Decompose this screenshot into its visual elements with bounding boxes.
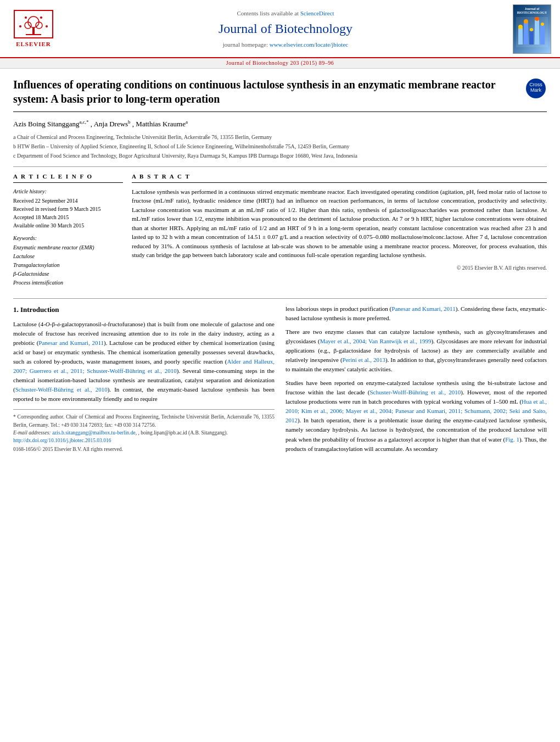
svg-text:Mark: Mark xyxy=(530,87,541,93)
cite-fig1[interactable]: Fig. 1 xyxy=(505,436,519,443)
affiliation-b: b HTW Berlin – University of Applied Sci… xyxy=(13,142,547,150)
intro-section-title: 1. Introduction xyxy=(13,304,275,315)
article-info-abstract: A R T I C L E I N F O Article history: R… xyxy=(13,172,547,292)
abstract-copyright: © 2015 Elsevier B.V. All rights reserved… xyxy=(132,264,547,272)
svg-rect-15 xyxy=(540,25,545,44)
email-2: , boing.lipan@ipb.ac.id xyxy=(138,430,187,436)
svg-rect-12 xyxy=(524,23,528,44)
svg-point-7 xyxy=(40,16,42,19)
section-title-text: Introduction xyxy=(20,305,59,314)
affiliation-a: a Chair of Chemical and Process Engineer… xyxy=(13,133,547,141)
elsevier-logo-box xyxy=(14,10,53,38)
cite-perini[interactable]: Perini et al., 2013 xyxy=(343,356,385,363)
affiliation-c: c Department of Food Science and Technol… xyxy=(13,152,547,160)
author2-name: , Anja Drews xyxy=(91,120,128,128)
cite-alder[interactable]: Alder and Halleux, 2007; Guerrero et al.… xyxy=(13,358,275,374)
svg-point-20 xyxy=(541,23,544,26)
intro-para-4: Studies have been reported on enzyme-cat… xyxy=(285,378,547,453)
intro-text-right: less laborious steps in product purifica… xyxy=(285,304,547,454)
section-number: 1. xyxy=(13,305,19,314)
email-suffix: (A.B. Sitanggang). xyxy=(188,430,228,436)
main-content: Influences of operating conditions on co… xyxy=(0,69,560,467)
article-info-content: Article history: Received 22 September 2… xyxy=(13,187,123,287)
article-info-column: A R T I C L E I N F O Article history: R… xyxy=(13,172,123,292)
revised-date: Received in revised form 9 March 2015 xyxy=(13,205,123,213)
author2-sup: b xyxy=(128,119,131,125)
keywords-block: Keywords: Enzymatic membrane reactor (EM… xyxy=(13,234,123,287)
accepted-date: Accepted 18 March 2015 xyxy=(13,213,123,221)
article-title-section: Influences of operating conditions on co… xyxy=(13,77,547,112)
author1-name: Azis Boing Sitanggang xyxy=(13,120,80,128)
journal-title-block: Contents lists available at ScienceDirec… xyxy=(58,9,513,49)
author3-name: , Matthias Kraume xyxy=(132,120,186,128)
elsevier-label: ELSEVIER xyxy=(16,40,51,48)
footnote-left: * Corresponding author. Chair of Chemica… xyxy=(13,409,275,453)
keyword-4: β-Galactosidase xyxy=(13,270,123,278)
intro-para-2: less laborious steps in product purifica… xyxy=(285,304,547,323)
available-date: Available online 30 March 2015 xyxy=(13,221,123,230)
intro-para-3: There are two enzyme classes that can ca… xyxy=(285,327,547,374)
introduction-section: 1. Introduction Lactulose (4-O-β-d-galac… xyxy=(13,304,547,458)
elsevier-logo: ELSEVIER xyxy=(9,10,58,48)
footnote-corresponding: * Corresponding author. Chair of Chemica… xyxy=(13,413,275,429)
author1-sup: a,c,* xyxy=(80,119,89,125)
email-link-1[interactable]: azis.b.sitanggang@mailbox.tu-berlin.de xyxy=(52,430,136,436)
svg-rect-11 xyxy=(518,28,523,44)
svg-rect-13 xyxy=(529,31,534,44)
keyword-3: Transgalactosylation xyxy=(13,261,123,270)
cite-schuster[interactable]: Schuster-Wolff-Bühring et al., 2010 xyxy=(15,386,108,393)
authors-line: Azis Boing Sitangganga,c,* , Anja Drewsb… xyxy=(13,119,547,130)
article-banner: Journal of Biotechnology 203 (2015) 89–9… xyxy=(0,58,560,69)
sciencedirect-line: Contents lists available at ScienceDirec… xyxy=(58,9,513,18)
keywords-list: Enzymatic membrane reactor (EMR) Lactulo… xyxy=(13,243,123,287)
intro-col-left: 1. Introduction Lactulose (4-O-β-d-galac… xyxy=(13,304,275,458)
keywords-label: Keywords: xyxy=(13,234,123,242)
cite-panesar-2[interactable]: Panesar and Kumari, 2011 xyxy=(391,305,455,312)
intro-para-1: Lactulose (4-O-β-d-galactopyranosil-d-fr… xyxy=(13,320,275,404)
abstract-column: A B S T R A C T Lactulose synthesis was … xyxy=(132,172,547,292)
svg-text:Cross: Cross xyxy=(529,82,542,87)
svg-point-9 xyxy=(46,25,48,27)
journal-homepage: journal homepage: www.elsevier.com/locat… xyxy=(58,41,513,49)
svg-rect-14 xyxy=(535,20,539,44)
svg-point-6 xyxy=(25,16,27,19)
journal-url[interactable]: www.elsevier.com/locate/jbiotec xyxy=(270,41,348,48)
keyword-1: Enzymatic membrane reactor (EMR) xyxy=(13,243,123,252)
cite-schuster-2[interactable]: Schuster-Wolff-Bühring et al., 2010 xyxy=(369,389,461,395)
cover-title: Journal ofBIOTECHNOLOGY xyxy=(517,7,547,15)
crossmark-badge[interactable]: Cross Mark xyxy=(525,77,547,99)
section-divider-2 xyxy=(13,298,547,299)
history-label: Article history: xyxy=(13,187,123,196)
abstract-label: A B S T R A C T xyxy=(132,172,547,183)
history-block: Article history: Received 22 September 2… xyxy=(13,187,123,230)
svg-point-8 xyxy=(19,25,21,27)
article-title: Influences of operating conditions on co… xyxy=(13,77,525,106)
svg-point-16 xyxy=(518,25,523,29)
affiliations-block: a Chair of Chemical and Process Engineer… xyxy=(13,133,547,160)
abstract-text: Lactulose synthesis was performed in a c… xyxy=(132,187,547,260)
keyword-5: Process intensification xyxy=(13,278,123,287)
journal-cover-image: Journal ofBIOTECHNOLOGY xyxy=(513,4,551,54)
svg-point-18 xyxy=(530,28,533,31)
received-date: Received 22 September 2014 xyxy=(13,197,123,205)
journal-volume: Journal of Biotechnology 203 (2015) 89–9… xyxy=(226,60,334,66)
keyword-2: Lactulose xyxy=(13,252,123,261)
section-divider-1 xyxy=(13,166,547,167)
cite-mayer[interactable]: Mayer et al., 2004; Van Rantwijk et al.,… xyxy=(320,338,432,344)
intro-text-left: Lactulose (4-O-β-d-galactopyranosil-d-fr… xyxy=(13,320,275,404)
svg-rect-1 xyxy=(32,27,35,34)
svg-point-17 xyxy=(524,19,528,24)
article-info-label: A R T I C L E I N F O xyxy=(13,172,123,183)
issn-line: 0168-1656/© 2015 Elsevier B.V. All right… xyxy=(13,445,275,453)
cite-panesar-2011[interactable]: Panesar and Kumari, 2011 xyxy=(38,339,104,346)
author3-sup: a xyxy=(186,119,188,125)
doi-link[interactable]: http://dx.doi.org/10.1016/j.jbiotec.2015… xyxy=(13,438,111,443)
cite-hua[interactable]: Hua et al., 2010; Kim et al., 2006; Maye… xyxy=(285,398,547,423)
doi-line[interactable]: http://dx.doi.org/10.1016/j.jbiotec.2015… xyxy=(13,437,275,444)
intro-col-right: less laborious steps in product purifica… xyxy=(285,304,547,458)
journal-name: Journal of Biotechnology xyxy=(58,20,513,38)
sciencedirect-link[interactable]: ScienceDirect xyxy=(300,10,334,16)
journal-header: ELSEVIER Contents lists available at Sci… xyxy=(0,0,560,58)
footnote-email: E-mail addresses: azis.b.sitanggang@mail… xyxy=(13,429,275,437)
svg-rect-5 xyxy=(26,34,41,35)
